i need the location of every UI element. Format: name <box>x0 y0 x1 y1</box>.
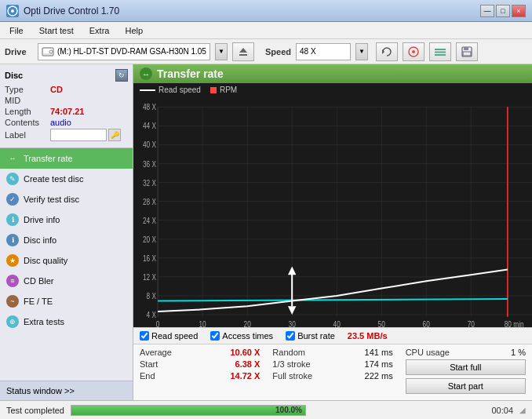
minimize-button[interactable]: — <box>480 5 494 17</box>
burst-rate-checkbox-item: Burst rate <box>286 331 335 341</box>
stats-random-value: 141 ms <box>365 348 393 357</box>
nav-extra-tests[interactable]: ⊕ Extra tests <box>0 312 133 332</box>
nav-disc-info[interactable]: ℹ Disc info <box>0 230 133 250</box>
close-button[interactable]: × <box>512 5 526 17</box>
nav-verify-test-disc[interactable]: ✓ Verify test disc <box>0 189 133 210</box>
nav-transfer-rate-label: Transfer rate <box>24 154 73 163</box>
disc-length-row: Length 74:07.21 <box>5 107 128 116</box>
eject-button[interactable] <box>232 42 254 61</box>
stats-end-key: End <box>140 371 155 381</box>
stats-full-stroke-key: Full stroke <box>272 371 312 381</box>
svg-rect-10 <box>435 49 446 50</box>
svg-text:44 X: 44 X <box>143 121 157 130</box>
start-part-button[interactable]: Start part <box>406 378 526 394</box>
speed-refresh-button[interactable] <box>376 42 398 61</box>
read-speed-checkbox[interactable] <box>140 331 149 341</box>
stats-1-3-stroke-row: 1/3 stroke 174 ms <box>272 359 392 369</box>
chart-legend: Read speed RPM <box>133 83 532 97</box>
chart-svg: 48 X 44 X 40 X 36 X 32 X 28 X 24 X 20 X … <box>133 97 532 327</box>
stats-average-row: Average 10.60 X <box>140 348 260 357</box>
access-times-checkbox-item: Access times <box>210 331 273 341</box>
nav-cd-bler-label: CD Bler <box>24 276 54 286</box>
access-times-checkbox-label: Access times <box>222 331 273 341</box>
menu-extra[interactable]: Extra <box>83 24 116 37</box>
access-times-checkbox[interactable] <box>210 331 220 341</box>
disc-erase-button[interactable] <box>403 42 425 61</box>
chart-stats: Average 10.60 X Start 6.38 X End 14.72 X… <box>133 344 532 400</box>
nav-disc-quality[interactable]: ★ Disc quality <box>0 250 133 271</box>
stats-average-key: Average <box>140 348 172 357</box>
nav-fe-te-label: FE / TE <box>24 297 53 306</box>
maximize-button[interactable]: □ <box>496 5 510 17</box>
disc-info-icon: ℹ <box>6 234 19 246</box>
nav-transfer-rate[interactable]: ↔ Transfer rate <box>0 148 133 169</box>
legend-rpm-icon <box>210 87 217 93</box>
menubar: File Start test Extra Help <box>0 22 532 39</box>
settings-button[interactable] <box>429 42 451 61</box>
menu-file[interactable]: File <box>3 24 30 37</box>
svg-text:70: 70 <box>468 319 475 327</box>
nav-fe-te[interactable]: ~ FE / TE <box>0 291 133 312</box>
stats-cpu-key: CPU usage <box>406 348 450 357</box>
drive-icon <box>42 46 54 58</box>
disc-contents-value: audio <box>50 118 71 127</box>
svg-text:12 X: 12 X <box>143 272 157 282</box>
status-progress-label: 100.0% <box>275 406 302 415</box>
nav-drive-info[interactable]: ℹ Drive info <box>0 210 133 230</box>
sidebar: Disc ↻ Type CD MID Length 74:07.21 Conte… <box>0 64 133 400</box>
chart-title: Transfer rate <box>157 67 224 80</box>
transfer-rate-icon: ↔ <box>6 152 19 165</box>
disc-header: Disc ↻ <box>5 69 128 82</box>
disc-type-key: Type <box>5 85 50 94</box>
status-text: Test completed <box>6 406 64 415</box>
verify-test-disc-icon: ✓ <box>6 193 19 206</box>
titlebar-left: Opti Drive Control 1.70 <box>6 5 119 17</box>
burst-rate-checkbox[interactable] <box>286 331 295 341</box>
drivebar: Drive (M:) HL-DT-ST DVD-RAM GSA-H30N 1.0… <box>0 39 532 64</box>
stats-col-3: CPU usage 1 % Start full Start part <box>399 344 532 400</box>
speed-selector[interactable]: 48 X <box>296 43 351 60</box>
svg-text:48 X: 48 X <box>143 102 157 111</box>
nav-disc-info-label: Disc info <box>24 235 56 245</box>
status-window-button[interactable]: Status window >> <box>0 381 133 400</box>
nav-cd-bler[interactable]: ≡ CD Bler <box>0 271 133 291</box>
speed-label: Speed <box>265 47 291 56</box>
speed-dropdown-arrow[interactable]: ▼ <box>355 43 368 60</box>
stats-start-row: Start 6.38 X <box>140 359 260 369</box>
window-controls: — □ × <box>480 5 526 17</box>
chart-canvas: 48 X 44 X 40 X 36 X 32 X 28 X 24 X 20 X … <box>133 97 532 327</box>
disc-label-button[interactable]: 🔑 <box>108 129 121 141</box>
chart-header-icon: ↔ <box>140 67 152 80</box>
chart-header: ↔ Transfer rate <box>133 64 532 83</box>
drive-dropdown-arrow[interactable]: ▼ <box>215 43 228 60</box>
status-window-label: Status window >> <box>6 386 75 395</box>
svg-text:10: 10 <box>199 319 206 327</box>
save-button[interactable] <box>456 42 478 61</box>
disc-type-row: Type CD <box>5 85 128 94</box>
svg-text:24 X: 24 X <box>143 216 157 225</box>
svg-point-3 <box>49 50 53 53</box>
nav-create-test-disc[interactable]: ✎ Create test disc <box>0 169 133 189</box>
menu-start-test[interactable]: Start test <box>33 24 80 37</box>
speed-value: 48 X <box>300 47 316 56</box>
stats-average-value: 10.60 X <box>220 348 260 357</box>
create-test-disc-icon: ✎ <box>6 173 19 185</box>
stats-end-value: 14.72 X <box>220 371 260 381</box>
svg-text:16 X: 16 X <box>143 253 157 263</box>
disc-mid-row: MID <box>5 96 128 105</box>
status-progress-fill <box>71 406 305 415</box>
resize-handle[interactable]: ◢ <box>519 406 526 414</box>
stats-cpu-value: 1 % <box>511 348 526 357</box>
disc-refresh-button[interactable]: ↻ <box>115 69 128 82</box>
svg-text:60: 60 <box>423 319 430 327</box>
disc-label-input[interactable] <box>50 129 107 141</box>
stats-col-2: Random 141 ms 1/3 stroke 174 ms Full str… <box>266 344 399 400</box>
drive-selector[interactable]: (M:) HL-DT-ST DVD-RAM GSA-H30N 1.05 <box>38 43 210 60</box>
menu-help[interactable]: Help <box>118 24 149 37</box>
start-full-button[interactable]: Start full <box>406 359 526 375</box>
read-speed-checkbox-item: Read speed <box>140 331 198 341</box>
svg-text:20: 20 <box>244 319 251 327</box>
nav-extra-tests-label: Extra tests <box>24 317 64 326</box>
app-icon <box>6 5 19 17</box>
titlebar: Opti Drive Control 1.70 — □ × <box>0 0 532 22</box>
